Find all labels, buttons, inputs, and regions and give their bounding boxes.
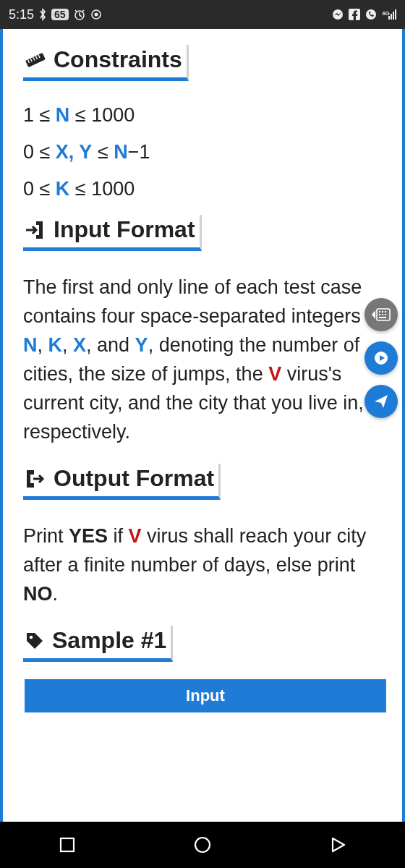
svg-rect-17	[385, 311, 386, 312]
text: 0 ≤	[23, 178, 56, 200]
status-bar: 5:15 65 4G	[0, 0, 405, 29]
constraints-heading: Constraints	[23, 45, 189, 81]
svg-rect-21	[379, 317, 386, 318]
svg-rect-16	[382, 311, 383, 312]
text: Print	[23, 525, 69, 547]
var-x: X	[73, 334, 86, 356]
constraints-title-text: Constraints	[54, 46, 182, 73]
output-format-paragraph: Print YES if V virus shall reach your ci…	[23, 522, 385, 608]
fab-keyboard[interactable]	[364, 298, 398, 331]
clock-text: 5:15	[9, 7, 34, 22]
var-v: V	[129, 525, 142, 547]
var-n: N	[23, 334, 38, 356]
svg-point-2	[94, 13, 98, 17]
text: 1 ≤	[23, 104, 56, 126]
var-v: V	[268, 363, 281, 385]
kw-no: NO	[23, 583, 53, 605]
input-format-heading: Input Format	[23, 215, 202, 251]
status-left: 5:15 65	[9, 7, 102, 22]
phone-frame: 5:15 65 4G	[0, 0, 405, 868]
nav-back-button[interactable]	[328, 835, 347, 854]
svg-rect-23	[61, 838, 74, 851]
sample-heading: Sample #1	[23, 626, 173, 662]
var-k: K	[48, 334, 63, 356]
var-k: K	[56, 178, 70, 200]
messenger-icon	[331, 8, 344, 21]
text: if	[108, 525, 129, 547]
text: , and	[86, 334, 135, 356]
sample-title-text: Sample #1	[52, 627, 166, 654]
text: −1	[128, 141, 150, 163]
text: ,	[62, 334, 73, 356]
var-n: N	[56, 104, 70, 126]
text: 0 ≤	[23, 141, 56, 163]
svg-point-5	[366, 9, 376, 20]
input-format-title-text: Input Format	[54, 216, 195, 243]
var-y: Y	[135, 334, 148, 356]
var-xy: X, Y	[56, 141, 93, 163]
text: ≤ 1000	[69, 104, 135, 126]
record-icon	[90, 9, 102, 20]
svg-rect-19	[382, 314, 383, 315]
constraint-line-2: 0 ≤ X, Y ≤ N−1	[23, 141, 388, 163]
sample-input-header: Input	[25, 679, 386, 712]
svg-point-24	[195, 838, 210, 852]
android-nav-bar	[0, 822, 405, 868]
tag-icon	[25, 631, 45, 651]
page-content: Constraints 1 ≤ N ≤ 1000 0 ≤ X, Y ≤ N−1 …	[0, 29, 405, 822]
nav-home-button[interactable]	[192, 834, 213, 856]
text: .	[53, 583, 59, 605]
output-format-title-text: Output Format	[54, 465, 214, 492]
facebook-icon	[349, 9, 360, 20]
status-right: 4G	[331, 8, 396, 21]
whatsapp-icon	[364, 8, 378, 21]
text: ≤ 1000	[69, 178, 135, 200]
svg-rect-20	[385, 314, 386, 315]
bluetooth-icon	[38, 8, 47, 21]
svg-rect-18	[379, 314, 380, 315]
constraint-line-3: 0 ≤ K ≤ 1000	[23, 178, 388, 200]
fab-play[interactable]	[364, 341, 398, 375]
text: The first and only line of each test cas…	[23, 276, 362, 327]
svg-rect-15	[379, 311, 380, 312]
svg-point-13	[30, 635, 33, 639]
output-icon	[25, 468, 46, 490]
var-n: N	[114, 141, 128, 163]
constraint-line-1: 1 ≤ N ≤ 1000	[23, 104, 388, 127]
nav-recent-button[interactable]	[58, 835, 77, 854]
kw-yes: YES	[69, 525, 108, 547]
input-icon	[25, 219, 46, 241]
alarm-icon	[73, 8, 86, 21]
fab-stack	[364, 298, 398, 418]
fab-send[interactable]	[364, 385, 398, 418]
network-icon: 4G	[382, 9, 396, 20]
output-format-heading: Output Format	[23, 464, 221, 500]
text: ≤	[92, 141, 114, 163]
ruler-icon	[25, 49, 46, 71]
input-format-paragraph: The first and only line of each test cas…	[23, 273, 385, 446]
battery-badge: 65	[51, 9, 69, 20]
text: ,	[38, 334, 48, 356]
svg-text:4G: 4G	[382, 10, 390, 17]
